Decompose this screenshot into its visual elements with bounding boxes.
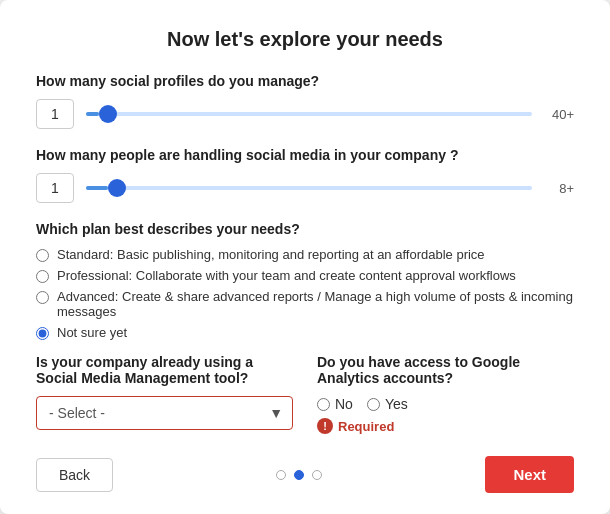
q2-value-box: 1 [36, 173, 74, 203]
q1-value-box: 1 [36, 99, 74, 129]
q4-col: Is your company already using a Social M… [36, 354, 293, 434]
page-title: Now let's explore your needs [36, 28, 574, 51]
radio-q5-no-input[interactable] [317, 398, 330, 411]
dot-1 [276, 470, 286, 480]
radio-standard[interactable]: Standard: Basic publishing, monitoring a… [36, 247, 574, 262]
radio-standard-input[interactable] [36, 249, 49, 262]
q2-slider-container[interactable] [86, 178, 532, 198]
radio-q5-no[interactable]: No [317, 396, 353, 412]
q1-label: How many social profiles do you manage? [36, 73, 574, 89]
q1-section: How many social profiles do you manage? … [36, 73, 574, 129]
radio-advanced[interactable]: Advanced: Create & share advanced report… [36, 289, 574, 319]
q5-col: Do you have access to Google Analytics a… [317, 354, 574, 434]
q5-label: Do you have access to Google Analytics a… [317, 354, 574, 386]
q3-radio-group: Standard: Basic publishing, monitoring a… [36, 247, 574, 340]
q4-select-wrapper: - Select - Yes No ▼ [36, 396, 293, 430]
q4-q5-row: Is your company already using a Social M… [36, 354, 574, 434]
radio-professional-input[interactable] [36, 270, 49, 283]
back-button[interactable]: Back [36, 458, 113, 492]
q5-radio-group: No Yes [317, 396, 574, 412]
q2-max-label: 8+ [544, 181, 574, 196]
q1-max-label: 40+ [544, 107, 574, 122]
radio-q5-no-label: No [335, 396, 353, 412]
q1-slider-row: 1 40+ [36, 99, 574, 129]
radio-professional-label: Professional: Collaborate with your team… [57, 268, 516, 283]
radio-professional[interactable]: Professional: Collaborate with your team… [36, 268, 574, 283]
radio-notsure-input[interactable] [36, 327, 49, 340]
radio-advanced-label: Advanced: Create & share advanced report… [57, 289, 574, 319]
q1-thumb[interactable] [99, 105, 117, 123]
footer: Back Next [36, 456, 574, 493]
radio-advanced-input[interactable] [36, 291, 49, 304]
q2-slider-row: 1 8+ [36, 173, 574, 203]
q2-label: How many people are handling social medi… [36, 147, 574, 163]
q2-thumb[interactable] [108, 179, 126, 197]
required-icon: ! [317, 418, 333, 434]
q4-select[interactable]: - Select - Yes No [36, 396, 293, 430]
q1-slider-container[interactable] [86, 104, 532, 124]
required-text: Required [338, 419, 394, 434]
radio-q5-yes-label: Yes [385, 396, 408, 412]
radio-standard-label: Standard: Basic publishing, monitoring a… [57, 247, 485, 262]
q2-track [86, 186, 532, 190]
required-badge: ! Required [317, 418, 574, 434]
q1-track [86, 112, 532, 116]
radio-notsure-label: Not sure yet [57, 325, 127, 340]
q2-fill [86, 186, 108, 190]
q3-label: Which plan best describes your needs? [36, 221, 574, 237]
q3-section: Which plan best describes your needs? St… [36, 221, 574, 340]
q2-section: How many people are handling social medi… [36, 147, 574, 203]
radio-notsure[interactable]: Not sure yet [36, 325, 574, 340]
dot-3 [312, 470, 322, 480]
q1-fill [86, 112, 99, 116]
q4-label: Is your company already using a Social M… [36, 354, 293, 386]
pagination-dots [276, 470, 322, 480]
survey-card: Now let's explore your needs How many so… [0, 0, 610, 514]
dot-2 [294, 470, 304, 480]
next-button[interactable]: Next [485, 456, 574, 493]
radio-q5-yes-input[interactable] [367, 398, 380, 411]
radio-q5-yes[interactable]: Yes [367, 396, 408, 412]
